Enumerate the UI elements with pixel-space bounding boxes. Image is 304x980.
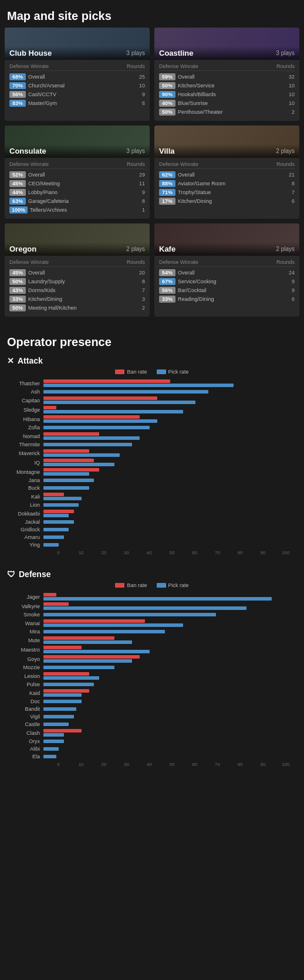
- pick-bar: [43, 676, 99, 680]
- stat-row: 63%Garage/Cafeteria8: [9, 198, 145, 205]
- x-axis-label: 30: [115, 762, 138, 767]
- x-axis-label: 10: [70, 550, 93, 555]
- ban-bar: [43, 379, 170, 383]
- x-axis-label: 90: [252, 550, 275, 555]
- x-axis-label: 0: [47, 762, 70, 767]
- map-image: Coastline3 plays: [154, 28, 299, 60]
- stat-row: 62%Overall21: [159, 171, 295, 178]
- bar-wrap: [43, 602, 297, 610]
- pick-bar: [43, 390, 208, 394]
- ban-bar: [43, 396, 157, 400]
- stat-rounds: 7: [285, 189, 295, 195]
- stat-row: 17%Kitchen/Dining6: [159, 198, 295, 205]
- bar-wrap: [43, 715, 297, 718]
- pick-bar: [43, 384, 234, 387]
- stat-label: Kitchen/Dining: [28, 296, 62, 302]
- stat-badge: 63%: [9, 198, 26, 205]
- operator-row: Amaru: [7, 534, 297, 540]
- bars-area: [43, 602, 297, 610]
- bar-wrap: [43, 493, 297, 500]
- stat-label-wrap: 59%Overall: [159, 73, 285, 80]
- stat-badge: 50%: [159, 108, 175, 116]
- bars-area: [43, 707, 297, 711]
- stat-label: CEO/Meeting: [28, 181, 60, 186]
- stat-rounds: 25: [136, 74, 145, 80]
- stat-badge: 56%: [159, 287, 175, 294]
- map-name: Kafe: [159, 245, 175, 253]
- attack-chart: ThatcherAshCapitaoSledgeHibanaZofiaNomad…: [7, 379, 297, 555]
- def-pick-rate-color: [157, 583, 166, 588]
- pick-bar: [43, 755, 56, 758]
- pick-bar: [43, 401, 195, 404]
- bars-area: [43, 528, 297, 531]
- operator-name: Pulse: [7, 681, 43, 687]
- map-name: Consulate: [9, 147, 46, 155]
- operator-name: Ying: [7, 542, 43, 548]
- stat-rounds: 2: [285, 109, 295, 115]
- operator-name: Castle: [7, 721, 43, 727]
- map-image: Kafe2 plays: [154, 223, 299, 256]
- stat-label-wrap: 17%Kitchen/Dining: [159, 198, 285, 205]
- bars-area: [43, 683, 297, 686]
- x-axis-label: 100: [274, 762, 297, 767]
- stat-label: Trophy/Statue: [178, 189, 211, 195]
- stat-header: Defense WinrateRounds: [159, 161, 295, 169]
- map-name: Club House: [9, 49, 52, 57]
- stat-badge: 50%: [9, 278, 26, 285]
- bar-wrap: [43, 503, 297, 507]
- bars-area: [43, 593, 297, 601]
- stat-row: 67%Service/Cooking9: [159, 278, 295, 285]
- attack-legend: Ban rate Pick rate: [7, 369, 297, 375]
- stat-label: Bar/Cocktail: [178, 287, 207, 293]
- stat-label: Overall: [28, 270, 45, 276]
- stat-badge: 17%: [159, 198, 175, 205]
- stat-badge: 59%: [159, 73, 175, 80]
- stat-row: 45%Overall20: [9, 269, 145, 276]
- operator-name: Maestro: [7, 647, 43, 653]
- pick-bar: [43, 535, 64, 539]
- bar-wrap: [43, 543, 297, 547]
- operator-row: Mozzie: [7, 664, 297, 670]
- operator-name: Clash: [7, 730, 43, 736]
- stat-rounds: 20: [136, 270, 145, 276]
- stat-label: Blue/Sunrise: [178, 100, 208, 106]
- stat-rounds: 6: [285, 198, 295, 204]
- pick-bar: [43, 700, 82, 703]
- x-axis-label: 100: [274, 550, 297, 555]
- operator-name: Ela: [7, 754, 43, 759]
- stat-rounds: 1: [136, 207, 145, 213]
- stat-row: 56%Bar/Cocktail9: [159, 287, 295, 294]
- stat-row: 90%Hookah/Billiards10: [159, 91, 295, 98]
- stat-label-wrap: 50%Penthouse/Theater: [159, 108, 285, 116]
- bars-area: [43, 755, 297, 758]
- pick-rate-legend: Pick rate: [157, 369, 189, 375]
- map-card-consulate: Consulate3 playsDefense WinrateRounds52%…: [5, 126, 150, 219]
- stat-row: 43%Dorms/Kids7: [9, 287, 145, 294]
- stat-label: Kitchen/Dining: [178, 198, 212, 204]
- operator-name: Vigil: [7, 714, 43, 720]
- bar-wrap: [43, 740, 297, 743]
- operator-row: Zofia: [7, 425, 297, 430]
- ban-bar: [43, 459, 94, 462]
- bar-wrap: [43, 666, 297, 669]
- bars-area: [43, 443, 297, 446]
- pick-bar: [43, 479, 94, 482]
- ban-rate-color: [115, 369, 124, 374]
- pick-bar: [43, 683, 94, 686]
- operator-row: Doc: [7, 698, 297, 704]
- map-image: Villa2 plays: [154, 126, 299, 158]
- stat-label: Overall: [28, 172, 45, 178]
- bar-wrap: [43, 426, 297, 429]
- bars-area: [43, 715, 297, 718]
- pick-bar: [43, 520, 74, 524]
- def-ban-rate-legend: Ban rate: [115, 582, 147, 588]
- x-axis-label: 50: [161, 762, 184, 767]
- stat-badge: 45%: [9, 180, 26, 187]
- pick-bar: [43, 613, 216, 616]
- pick-bar: [43, 497, 82, 500]
- stat-header: Defense WinrateRounds: [9, 63, 145, 71]
- stat-row: 50%Laundry/Supply8: [9, 278, 145, 285]
- ban-bar: [43, 493, 64, 496]
- stat-label: Dorms/Kids: [28, 287, 56, 293]
- bars-area: [43, 406, 297, 413]
